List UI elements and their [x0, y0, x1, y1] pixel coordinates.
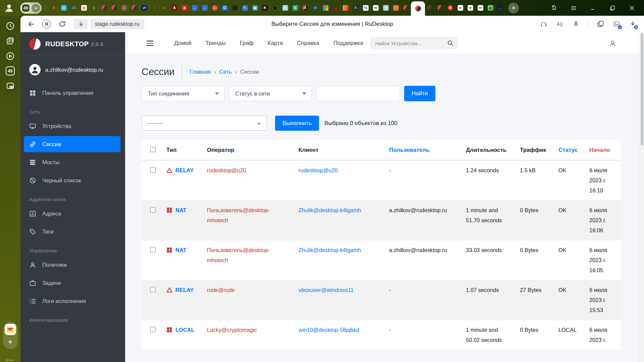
notes-icon[interactable] [6, 36, 15, 46]
sidebar-item[interactable]: Мосты [24, 154, 120, 170]
address-bar[interactable]: stage.rudesktop.ru [90, 19, 145, 29]
history-icon[interactable] [6, 21, 15, 31]
bookmark-icon[interactable] [572, 20, 580, 28]
sidebar-item[interactable]: Политики [24, 257, 120, 273]
profile-avatar-icon[interactable] [3, 2, 15, 14]
browser-tab[interactable]: 24 [69, 0, 79, 16]
row-checkbox[interactable] [150, 207, 156, 213]
browser-tab[interactable] [99, 0, 109, 16]
session-type-link[interactable]: RELAY [175, 285, 194, 295]
client-link[interactable]: Zhulik@desktop-k4lgamh [299, 207, 361, 213]
sidebar-item[interactable]: Панель управления [24, 85, 120, 101]
browser-tab[interactable]: ◆ [270, 0, 280, 16]
browser-tab[interactable] [109, 0, 119, 16]
more-options-icon[interactable]: ••• [6, 358, 14, 362]
minimize-button[interactable] [590, 5, 596, 11]
row-checkbox[interactable] [150, 287, 156, 292]
browser-tab[interactable]: % [361, 0, 371, 16]
operator-link[interactable]: Пользователь@desktop-mhotech [207, 207, 270, 223]
browser-tab[interactable]: ▯ [89, 0, 99, 16]
client-link[interactable]: rudesktop@u20 [299, 167, 338, 173]
browser-tab[interactable]: W [475, 0, 485, 16]
close-button[interactable] [629, 5, 635, 11]
browser-tab[interactable]: W [455, 0, 465, 16]
browser-tab[interactable]: S [290, 0, 300, 16]
sidebar-item[interactable]: Задачи [24, 275, 120, 291]
topnav-link[interactable]: Справка [297, 40, 319, 47]
select-all-checkbox[interactable] [150, 147, 156, 152]
filter-search-input[interactable] [316, 86, 400, 101]
session-type-link[interactable]: NAT [175, 205, 186, 215]
execute-button[interactable]: Выполнить [275, 116, 319, 131]
operator-link[interactable]: rude@rude [207, 287, 235, 293]
browser-tab[interactable]: ▣ [250, 0, 260, 16]
connection-type-filter[interactable]: Тип соединения [142, 86, 225, 101]
operator-link[interactable]: Lucky@cryptomagic [207, 327, 257, 333]
downloads-icon[interactable]: 1 [629, 20, 637, 28]
bookmarks-panel-icon[interactable] [551, 5, 557, 11]
browser-tab[interactable]: a [179, 0, 190, 16]
browser-tab[interactable]: ▥ [79, 0, 89, 16]
browser-tab[interactable] [119, 0, 129, 16]
browser-tab[interactable]: → [200, 0, 210, 16]
screenshot-icon[interactable] [6, 81, 15, 90]
sidebar-item[interactable]: Черный список [24, 172, 120, 188]
browser-tab[interactable]: X [49, 0, 59, 16]
screenshot-tool-icon[interactable]: ✓ [612, 20, 621, 28]
search-input[interactable] [371, 37, 457, 49]
action-select[interactable]: --------- [142, 116, 267, 131]
browser-tab[interactable] [230, 0, 240, 16]
search-icon[interactable] [447, 40, 454, 48]
extensions-icon[interactable] [596, 20, 604, 28]
browser-tab[interactable]: ↖ [240, 0, 250, 16]
row-checkbox[interactable] [150, 327, 156, 332]
column-header[interactable]: Пользователь [385, 140, 462, 160]
browser-tab[interactable]: ◈ [159, 0, 169, 16]
mail-icon[interactable] [5, 324, 16, 335]
sidebar-item[interactable]: Логи исполнения [24, 293, 120, 309]
client-link[interactable]: win10@desktop-58pjbkd [299, 327, 359, 333]
topnav-link[interactable]: Домой [174, 40, 192, 47]
browser-tab[interactable]: ◉ [485, 0, 495, 16]
sidebar-item[interactable]: Адреса [24, 205, 120, 222]
browser-tab[interactable]: Λ [351, 0, 361, 16]
breadcrumb-link[interactable]: Сеть [219, 69, 232, 75]
browser-tab[interactable]: » [149, 0, 159, 16]
account-icon[interactable] [609, 40, 616, 47]
browser-tab[interactable]: ❄ [381, 0, 391, 16]
browser-tab[interactable] [435, 0, 445, 16]
session-type-link[interactable]: RELAY [175, 165, 194, 175]
column-header[interactable]: Начало [585, 140, 621, 160]
sidebar-item[interactable]: Устройства [24, 118, 120, 134]
operator-link[interactable]: Пользователь@desktop-mhotech [207, 247, 270, 263]
breadcrumb-link[interactable]: Главная [190, 69, 211, 75]
new-tab-button[interactable]: + [508, 3, 519, 13]
client-link[interactable]: Zhulik@desktop-k4lgamh [299, 247, 361, 253]
brand[interactable]: RUDESKTOP 2.0.3 [20, 32, 125, 56]
listen-icon[interactable] [540, 20, 548, 28]
browser-tab[interactable]: → [190, 0, 200, 16]
browser-tab[interactable] [320, 0, 330, 16]
browser-tab[interactable]: ⌐ [391, 0, 401, 16]
video-icon[interactable] [6, 51, 15, 61]
session-type-link[interactable]: LOCAL [175, 325, 195, 335]
browser-tab[interactable]: ▄ [330, 0, 340, 16]
browser-tab[interactable] [425, 0, 435, 16]
browser-tab[interactable]: W [371, 0, 381, 16]
find-button[interactable]: Найти [404, 86, 435, 101]
user-panel[interactable]: a.zhilkov@rudesktop.ru [20, 56, 125, 81]
topnav-link[interactable]: Карта [268, 40, 283, 47]
browser-tab[interactable] [129, 0, 139, 16]
yandex-icon[interactable]: Я [42, 20, 51, 28]
topnav-link[interactable]: Граф [240, 40, 254, 47]
column-header[interactable]: Длительность [462, 140, 516, 160]
scrollbar-thumb[interactable] [641, 33, 643, 145]
session-type-link[interactable]: NAT [175, 245, 186, 255]
sidebar-item[interactable]: Теги [24, 224, 120, 240]
add-widget-button[interactable]: + [8, 335, 12, 347]
column-header[interactable]: Траффик [516, 140, 554, 160]
row-checkbox[interactable] [150, 167, 156, 173]
browser-tab[interactable]: K [260, 0, 270, 16]
ssl-lock-icon[interactable] [74, 19, 88, 29]
client-link[interactable]: vboxuser@windows11 [299, 287, 354, 293]
